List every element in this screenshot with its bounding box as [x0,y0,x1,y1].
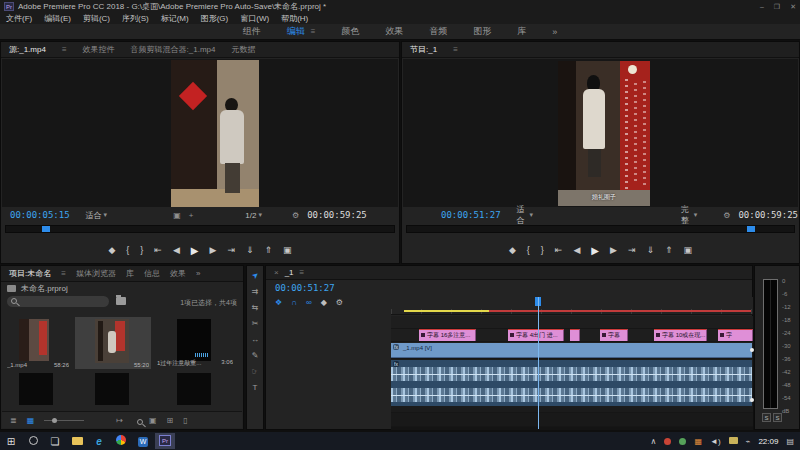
linked-selection-icon[interactable]: ∞ [306,298,312,307]
menu-clip[interactable]: 剪辑(C) [83,13,110,24]
delete-icon[interactable]: ▯ [183,416,187,425]
close-sequence-icon[interactable]: × [274,268,279,277]
tray-app-icon-red[interactable] [664,438,671,445]
subtitle-clip[interactable]: 字幕 4出门 进... [508,329,564,341]
extract-icon[interactable]: ⇑ [665,245,673,255]
compare-view-icon[interactable]: + [189,211,194,220]
selection-tool[interactable]: ➤ [250,270,261,281]
source-video-area[interactable] [2,59,398,207]
program-settings-wrench-icon[interactable]: ⚙ [723,211,730,220]
track-v2-content[interactable]: 字幕 16多注意... 字幕 4出门 进... 字幕 字幕 10或在现... 字 [391,329,753,342]
subtitle-clip[interactable] [570,329,580,341]
tab-effect-controls[interactable]: 效果控件 [83,44,115,55]
hand-tool[interactable]: ☞ [251,367,258,376]
step-forward-icon[interactable]: ▶ [210,245,217,255]
go-to-in-icon[interactable]: ⇤ [555,245,563,255]
workspace-editing[interactable]: 编辑 [287,25,305,38]
workspace-color[interactable]: 颜色 [341,25,359,38]
program-resolution-select[interactable]: 完整 [681,204,692,226]
maximize-icon[interactable]: ❐ [774,3,780,11]
step-back-icon[interactable]: ◀ [173,245,180,255]
timeline-timecode[interactable]: 00:00:51:27 [275,283,335,293]
chrome-browser-icon[interactable] [110,435,132,447]
tab-metadata[interactable]: 元数据 [231,44,255,55]
mark-out-icon[interactable]: } [541,245,544,255]
premiere-taskbar-icon[interactable]: Pr [154,433,176,449]
ripple-edit-tool[interactable]: ⇆ [252,303,259,312]
project-file-row[interactable]: 未命名.prproj [1,282,243,295]
workspace-menu-icon[interactable]: ≡ [311,27,316,36]
program-fit-select[interactable]: 适合 [517,204,528,226]
timeline-panel-menu-icon[interactable]: ≡ [300,268,305,277]
project-item-thumbnail[interactable] [95,373,129,405]
folder-icon[interactable] [116,297,126,305]
safe-margins-icon[interactable]: ▣ [173,211,181,220]
menu-window[interactable]: 窗口(W) [240,13,269,24]
edge-browser-icon[interactable]: e [88,436,110,447]
panel-overflow-icon[interactable]: » [196,269,200,278]
start-button-icon[interactable]: ⊞ [0,436,22,447]
subtitle-clip[interactable]: 字幕 10或在现... [654,329,707,341]
video-clip[interactable]: fx _1.mp4 [V] [391,343,752,358]
project-item[interactable]: 1过年注意敲重...3:06 [155,317,235,369]
volume-icon[interactable]: ◄) [710,437,721,446]
type-tool[interactable]: T [253,383,258,392]
time-ruler[interactable] [391,297,753,315]
program-video-area[interactable]: 婚礼圈子 [403,59,798,207]
source-zoom-select[interactable]: 1/2 [245,211,256,220]
menu-edit[interactable]: 编辑(E) [44,13,71,24]
project-panel-menu-icon[interactable]: ≡ [61,269,66,278]
source-fit-select[interactable]: 适合 [86,210,102,221]
project-item-selected[interactable]: 55:20 [75,317,151,369]
task-view-icon[interactable]: ❏ [44,436,66,447]
source-playhead[interactable] [42,226,50,232]
add-marker-icon[interactable]: ◆ [321,298,327,307]
tray-expand-icon[interactable]: ∧ [651,437,657,446]
menu-file[interactable]: 文件(F) [6,13,32,24]
program-playhead[interactable] [747,226,755,232]
timeline-settings-wrench-icon[interactable]: ⚙ [336,298,343,307]
tab-project[interactable]: 项目:未命名 [9,268,51,279]
go-to-in-icon[interactable]: ⇤ [154,245,162,255]
go-to-out-icon[interactable]: ⇥ [628,245,636,255]
export-frame-icon[interactable]: ▣ [283,245,292,255]
tab-audio-clip-mixer[interactable]: 音频剪辑混合器:_1.mp4 [131,44,216,55]
minimize-icon[interactable]: – [760,3,764,11]
source-scrubber[interactable] [5,225,395,233]
mark-out-icon[interactable]: } [140,245,143,255]
tab-media-browser[interactable]: 媒体浏览器 [76,268,116,279]
slip-tool[interactable]: ↔ [251,335,259,344]
new-bin-icon[interactable]: ▣ [149,416,157,425]
track-v3-content[interactable] [391,316,753,329]
automate-to-sequence-icon[interactable]: ↦ [116,416,123,425]
program-scrubber[interactable] [406,225,795,233]
close-icon[interactable]: ✕ [790,3,796,11]
snap-icon[interactable]: ∩ [291,298,297,307]
search-input[interactable] [7,296,109,307]
tray-app-icon-orange[interactable]: ▦ [694,437,702,446]
subtitle-clip[interactable]: 字幕 16多注意... [419,329,476,341]
cortana-search-icon[interactable] [22,436,44,447]
insert-icon[interactable]: ⇓ [246,245,254,255]
tab-source[interactable]: 源:_1.mp4 [9,44,46,55]
project-item-thumbnail[interactable] [19,373,53,405]
workspace-graphics[interactable]: 图形 [473,25,491,38]
network-icon[interactable]: ⌁ [746,437,751,446]
play-icon[interactable]: ▶ [191,245,199,256]
export-frame-icon[interactable]: ▣ [684,245,693,255]
menu-graphics[interactable]: 图形(G) [201,13,229,24]
project-item-thumbnail[interactable] [177,373,211,405]
nest-insert-icon[interactable]: ❖ [275,298,282,307]
clock[interactable]: 22:09 [758,437,778,446]
overwrite-icon[interactable]: ⇑ [265,245,273,255]
source-panel-menu-icon[interactable]: ≡ [62,45,67,54]
program-timecode[interactable]: 00:00:51:27 [441,210,501,220]
workspace-effects[interactable]: 效果 [385,25,403,38]
source-settings-wrench-icon[interactable]: ⚙ [292,211,299,220]
track-a1-content[interactable]: fx [391,359,753,413]
menu-marker[interactable]: 标记(M) [161,13,189,24]
find-icon[interactable] [137,419,143,425]
tab-effects[interactable]: 效果 [170,268,186,279]
step-back-icon[interactable]: ◀ [573,245,580,255]
notification-center-icon[interactable]: ▤ [786,437,794,446]
